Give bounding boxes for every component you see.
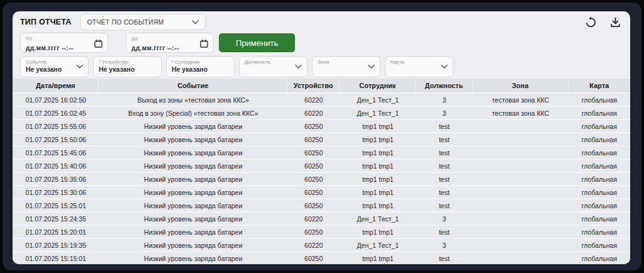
cell-map: глобальная bbox=[569, 132, 630, 145]
cell-event: Низкий уровень заряда батареи bbox=[99, 119, 287, 132]
cell-device: 60220 bbox=[287, 238, 340, 251]
filter-dropdown-map[interactable]: Карта bbox=[385, 56, 453, 77]
cell-map: глобальная bbox=[569, 238, 630, 251]
table-row[interactable]: 01.07.2025 15:55:06Низкий уровень заряда… bbox=[13, 119, 630, 132]
table-row[interactable]: 01.07.2025 15:15:01Низкий уровень заряда… bbox=[13, 251, 630, 264]
cell-zone bbox=[473, 159, 569, 172]
table-row[interactable]: 01.07.2025 15:40:06Низкий уровень заряда… bbox=[13, 159, 630, 172]
date-range-row: От дд.мм.гггг --:-- До дд.мм.гггг --:-- bbox=[20, 33, 623, 53]
filter-label: * Сотрудник bbox=[172, 59, 229, 65]
report-type-row: ТИП ОТЧЕТА ОТЧЕТ ПО СОБЫТИЯМ bbox=[20, 14, 623, 30]
cell-device: 60250 bbox=[287, 185, 340, 198]
column-header-zone: Зона bbox=[473, 79, 569, 92]
cell-event: Низкий уровень заряда батареи bbox=[99, 159, 287, 172]
table-row[interactable]: 01.07.2025 15:30:06Низкий уровень заряда… bbox=[13, 185, 630, 198]
report-type-value: ОТЧЕТ ПО СОБЫТИЯМ bbox=[87, 18, 164, 26]
date-to-value: дд.мм.гггг --:-- bbox=[131, 45, 179, 52]
table-row[interactable]: 01.07.2025 15:24:35Низкий уровень заряда… bbox=[13, 211, 630, 225]
cell-datetime: 01.07.2025 15:25:01 bbox=[13, 198, 99, 211]
cell-datetime: 01.07.2025 15:40:06 bbox=[13, 159, 99, 172]
cell-employee: tmp1 tmp1 bbox=[340, 119, 416, 132]
table-row[interactable]: 01.07.2025 15:19:35Низкий уровень заряда… bbox=[13, 238, 630, 251]
cell-zone bbox=[473, 225, 569, 238]
date-from-input[interactable]: От дд.мм.гггг --:-- bbox=[20, 33, 108, 53]
cell-datetime: 01.07.2025 15:35:06 bbox=[13, 172, 99, 185]
filters-row: Событие Не указано * Устройство Не указа… bbox=[20, 56, 623, 77]
cell-zone: тестовая зона ККС bbox=[473, 92, 569, 106]
cell-position: 3 bbox=[416, 92, 472, 106]
cell-event: Низкий уровень заряда батареи bbox=[99, 198, 287, 211]
download-button[interactable] bbox=[608, 15, 623, 30]
cell-device: 60250 bbox=[287, 251, 340, 264]
cell-map: глобальная bbox=[569, 172, 630, 185]
cell-device: 60250 bbox=[287, 172, 340, 185]
apply-button[interactable]: Применить bbox=[219, 33, 295, 52]
cell-zone bbox=[473, 145, 569, 159]
cell-event: Вход в зону (Special) «тестовая зона ККС… bbox=[99, 106, 287, 119]
cell-device: 60250 bbox=[287, 225, 340, 238]
filter-dropdown-employee[interactable]: * Сотрудник Не указано bbox=[166, 56, 235, 77]
cell-position: test bbox=[416, 198, 472, 211]
cell-datetime: 01.07.2025 15:24:35 bbox=[13, 211, 99, 225]
cell-event: Низкий уровень заряда батареи bbox=[99, 132, 287, 145]
cell-employee: tmp1 tmp1 bbox=[340, 198, 416, 211]
cell-employee: tmp1 tmp1 bbox=[340, 145, 416, 159]
report-type-label: ТИП ОТЧЕТА bbox=[20, 18, 71, 26]
cell-zone bbox=[473, 198, 569, 211]
cell-map: глобальная bbox=[569, 185, 630, 198]
table-row[interactable]: 01.07.2025 15:35:06Низкий уровень заряда… bbox=[13, 172, 630, 185]
chevron-down-icon bbox=[441, 65, 448, 69]
cell-datetime: 01.07.2025 15:50:06 bbox=[13, 132, 99, 145]
filter-label: * Устройство bbox=[99, 59, 156, 65]
refresh-button[interactable] bbox=[584, 15, 598, 30]
filter-dropdown-zone[interactable]: Зона bbox=[312, 56, 380, 77]
chevron-down-icon bbox=[192, 20, 199, 25]
date-to-input[interactable]: До дд.мм.гггг --:-- bbox=[126, 33, 214, 53]
cell-event: Низкий уровень заряда батареи bbox=[99, 225, 287, 238]
cell-map: глобальная bbox=[569, 211, 630, 225]
table-header-row: Дата/времяСобытиеУстройствоСотрудникДолж… bbox=[13, 79, 630, 92]
cell-employee: tmp1 tmp1 bbox=[340, 185, 416, 198]
download-icon bbox=[609, 16, 621, 28]
cell-position: test bbox=[416, 185, 472, 198]
cell-datetime: 01.07.2025 15:45:06 bbox=[13, 145, 99, 159]
report-type-select[interactable]: ОТЧЕТ ПО СОБЫТИЯМ bbox=[80, 14, 206, 30]
cell-event: Низкий уровень заряда батареи bbox=[99, 185, 287, 198]
calendar-icon[interactable] bbox=[94, 40, 103, 48]
filter-label: Должность bbox=[245, 59, 302, 65]
filter-value: Не указано bbox=[172, 65, 229, 73]
cell-device: 60250 bbox=[287, 159, 340, 172]
table-row[interactable]: 01.07.2025 16:02:50Выход из зоны «тестов… bbox=[13, 92, 630, 106]
cell-employee: Ден_1 Тест_1 bbox=[340, 106, 416, 119]
events-table: Дата/времяСобытиеУстройствоСотрудникДолж… bbox=[13, 79, 630, 264]
filter-dropdown-event[interactable]: Событие Не указано bbox=[20, 56, 89, 77]
table-row[interactable]: 01.07.2025 15:45:06Низкий уровень заряда… bbox=[13, 145, 630, 159]
cell-device: 60250 bbox=[287, 145, 340, 159]
app-window: ТИП ОТЧЕТА ОТЧЕТ ПО СОБЫТИЯМ bbox=[3, 3, 641, 270]
table-row[interactable]: 01.07.2025 16:02:45Вход в зону (Special)… bbox=[13, 106, 630, 119]
cell-employee: tmp1 tmp1 bbox=[340, 132, 416, 145]
cell-map: глобальная bbox=[569, 145, 630, 159]
table-row[interactable]: 01.07.2025 15:50:06Низкий уровень заряда… bbox=[13, 132, 630, 145]
filter-label: Карта bbox=[391, 59, 448, 65]
cell-position: test bbox=[416, 251, 472, 264]
cell-device: 60220 bbox=[287, 211, 340, 225]
column-header-event: Событие bbox=[99, 79, 287, 92]
table-row[interactable]: 01.07.2025 15:20:01Низкий уровень заряда… bbox=[13, 225, 630, 238]
column-header-map: Карта bbox=[569, 79, 630, 92]
cell-event: Низкий уровень заряда батареи bbox=[99, 145, 287, 159]
cell-position: 3 bbox=[416, 106, 472, 119]
calendar-icon[interactable] bbox=[200, 40, 208, 48]
cell-zone bbox=[473, 172, 569, 185]
cell-position: 3 bbox=[416, 211, 472, 225]
report-controls: ТИП ОТЧЕТА ОТЧЕТ ПО СОБЫТИЯМ bbox=[13, 14, 630, 77]
cell-zone bbox=[473, 132, 569, 145]
filter-dropdown-device[interactable]: * Устройство Не указано bbox=[93, 56, 162, 77]
column-header-position: Должность bbox=[416, 79, 472, 92]
filter-dropdown-position[interactable]: Должность bbox=[239, 56, 308, 77]
cell-event: Низкий уровень заряда батареи bbox=[99, 172, 287, 185]
cell-device: 60250 bbox=[287, 119, 340, 132]
table-row[interactable]: 01.07.2025 15:25:01Низкий уровень заряда… bbox=[13, 198, 630, 211]
cell-zone bbox=[473, 251, 569, 264]
cell-datetime: 01.07.2025 16:02:50 bbox=[13, 92, 99, 106]
